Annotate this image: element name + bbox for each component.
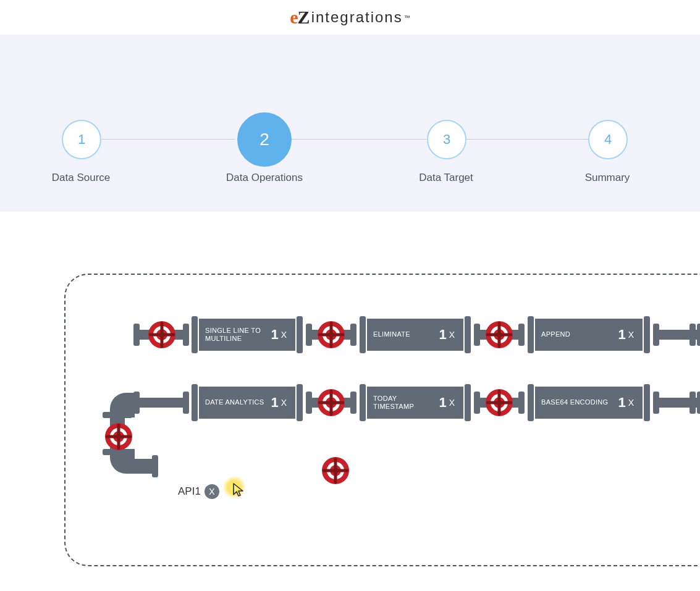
pipe-flange — [350, 392, 356, 414]
step-1-label: Data Source — [19, 172, 143, 184]
op-count: 1 — [439, 395, 446, 411]
op-single-line-to-multiline[interactable]: SINGLE LINE TO MULTILINE 1 X — [199, 319, 295, 351]
valve-icon[interactable] — [317, 321, 345, 349]
pipe-flange — [183, 392, 189, 414]
step-4-label: Summary — [546, 172, 669, 184]
op-remove[interactable]: X — [281, 398, 287, 408]
valve-icon[interactable] — [317, 388, 345, 417]
op-count: 1 — [439, 327, 446, 343]
valve-icon[interactable] — [148, 321, 176, 349]
op-today-timestamp[interactable]: TODAY TIMESTAMP 1 X — [367, 387, 463, 419]
close-x: X — [209, 487, 214, 497]
api-node-label: API1 — [178, 485, 201, 498]
op-label: APPEND — [535, 330, 615, 338]
op-remove[interactable]: X — [281, 330, 287, 340]
pipe-frame — [644, 316, 650, 353]
pipe-flange — [103, 412, 132, 418]
op-remove[interactable]: X — [628, 398, 634, 408]
pipe-flange — [350, 324, 356, 346]
step-2-number: 2 — [259, 130, 269, 149]
api-node[interactable]: API1 X — [178, 484, 219, 499]
pipe-segment — [127, 459, 152, 474]
pipe-flange — [697, 392, 700, 414]
api-node-remove[interactable]: X — [205, 484, 219, 499]
step-3-label: Data Target — [384, 172, 508, 184]
step-connector-3-4 — [466, 139, 590, 140]
pipe-flange — [474, 392, 480, 414]
op-append[interactable]: APPEND 1 X — [535, 319, 643, 351]
valve-icon[interactable] — [104, 422, 133, 451]
logo-letter-e: e — [290, 7, 297, 28]
pipe-flange — [697, 324, 700, 346]
pipe-flange — [474, 324, 480, 346]
pipe-flange — [152, 455, 158, 477]
pipe-frame — [297, 316, 303, 353]
op-count: 1 — [618, 395, 625, 411]
stepper: 1 Data Source 2 Data Operations 3 Data T… — [0, 120, 700, 169]
op-label: TODAY TIMESTAMP — [367, 395, 436, 411]
cursor-arrow-icon — [232, 482, 245, 501]
app-logo: e Z integrations ™ — [0, 0, 700, 35]
op-remove[interactable]: X — [449, 330, 455, 340]
op-base64-encoding[interactable]: BASE64 ENCODING 1 X — [535, 387, 643, 419]
pipe-flange — [653, 324, 659, 346]
pipe-flange — [133, 324, 140, 346]
step-1-number: 1 — [78, 132, 85, 148]
step-2-label: Data Operations — [203, 172, 326, 184]
step-data-operations[interactable]: 2 — [237, 112, 292, 167]
stepper-panel: 1 Data Source 2 Data Operations 3 Data T… — [0, 35, 700, 212]
pipe-frame — [297, 384, 303, 421]
step-connector-1-2 — [102, 139, 235, 140]
op-count: 1 — [618, 327, 625, 343]
pipe-flange — [653, 392, 659, 414]
op-remove[interactable]: X — [628, 330, 634, 340]
pipe-flange — [306, 392, 312, 414]
step-summary[interactable]: 4 — [588, 120, 628, 159]
pipe-flange — [518, 324, 525, 346]
pipeline-row-1: SINGLE LINE TO MULTILINE 1 X ELIMINATE 1… — [65, 316, 700, 353]
op-count: 1 — [271, 395, 278, 411]
pipe-frame — [528, 384, 534, 421]
op-label: BASE64 ENCODING — [535, 398, 615, 406]
pipe-flange — [306, 324, 312, 346]
op-label: ELIMINATE — [367, 330, 436, 338]
pipe-frame — [644, 384, 650, 421]
pipe-frame — [465, 316, 471, 353]
step-data-target[interactable]: 3 — [427, 120, 466, 159]
pipe-frame — [528, 316, 534, 353]
pipe-segment — [127, 393, 140, 408]
pipe-segment — [140, 398, 183, 408]
op-label: SINGLE LINE TO MULTILINE — [199, 327, 268, 343]
pipeline-row-2: DATE ANALYTICS 1 X TODAY TIMESTAMP 1 X — [65, 384, 700, 421]
op-count: 1 — [271, 327, 278, 343]
pipe-flange — [183, 324, 189, 346]
logo-tm: ™ — [404, 14, 410, 21]
op-remove[interactable]: X — [449, 398, 455, 408]
pipe-flange — [518, 392, 525, 414]
valve-icon[interactable] — [321, 456, 350, 485]
pipe-flange — [689, 324, 696, 346]
step-4-number: 4 — [604, 132, 612, 148]
valve-icon[interactable] — [485, 321, 513, 349]
logo-letter-z: Z — [298, 7, 310, 28]
valve-icon[interactable] — [485, 388, 513, 417]
pipe-frame — [192, 316, 198, 353]
op-date-analytics[interactable]: DATE ANALYTICS 1 X — [199, 387, 295, 419]
pipeline-canvas[interactable]: SINGLE LINE TO MULTILINE 1 X ELIMINATE 1… — [64, 274, 700, 566]
step-data-source[interactable]: 1 — [62, 120, 101, 159]
pipe-frame — [465, 384, 471, 421]
pipe-frame — [192, 384, 198, 421]
pipe-flange — [689, 392, 696, 414]
pipe-frame — [360, 384, 366, 421]
step-3-number: 3 — [443, 132, 450, 148]
op-eliminate[interactable]: ELIMINATE 1 X — [367, 319, 463, 351]
op-label: DATE ANALYTICS — [199, 398, 268, 406]
step-connector-2-3 — [290, 139, 426, 140]
pipe-frame — [360, 316, 366, 353]
logo-word-rest: integrations — [311, 9, 403, 26]
